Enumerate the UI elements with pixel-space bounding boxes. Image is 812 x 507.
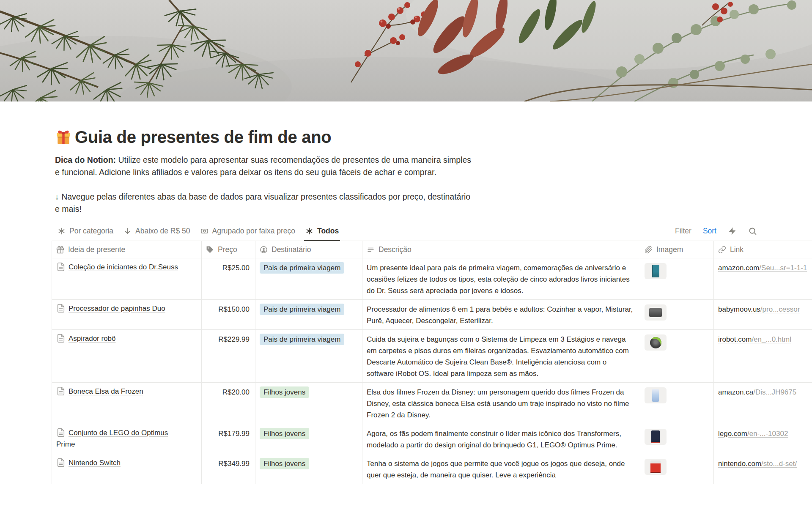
gift-table: Ideia de presente Preço Destinatário [52, 241, 812, 484]
food-processor-thumbnail[interactable] [645, 304, 667, 321]
gift-title-link[interactable]: Coleção de iniciantes do Dr.Seuss [69, 263, 178, 271]
cell-description[interactable]: Cuida da sujeira e bagunças com o Sistem… [362, 330, 640, 382]
product-link[interactable]: amazon.ca/Dis...JH9675 [718, 388, 796, 396]
gift-title-link[interactable]: Processador de papinhas Duo [69, 304, 165, 312]
tab-por-categoria[interactable]: Por categoria [52, 221, 118, 241]
cell-image[interactable] [640, 330, 714, 382]
cell-gift-idea[interactable]: Processador de papinhas Duo [52, 300, 202, 329]
lego-box-thumbnail[interactable] [645, 429, 667, 445]
cell-link[interactable]: babymoov.us/pro...cessor [714, 300, 812, 329]
recipient-tag: Filhos jovens [260, 428, 309, 439]
column-header-preco[interactable]: Preço [202, 241, 255, 258]
table-row: Processador de papinhas Duo R$150.00 Pai… [52, 300, 812, 330]
product-link[interactable]: babymoov.us/pro...cessor [718, 305, 800, 313]
column-header-imagem[interactable]: Imagem [640, 241, 714, 258]
view-tabbar: Por categoria Abaixo de R$ 50 Agrupado p… [52, 221, 812, 241]
cell-recipient[interactable]: Pais de primeira viagem [255, 300, 362, 329]
gift-title-link[interactable]: Aspirador robô [69, 334, 116, 343]
page-title: Guia de presentes de fim de ano [54, 127, 812, 147]
tab-agrupado-por-faixa-preco[interactable]: Agrupado por faixa preço [195, 221, 301, 241]
cell-description[interactable]: Agora, os fãs podem finalmente construir… [362, 424, 640, 454]
recipient-tag: Pais de primeira viagem [260, 262, 344, 274]
product-link[interactable]: amazon.com/Seu...sr=1-1-1 [718, 264, 807, 272]
cell-recipient[interactable]: Filhos jovens [255, 454, 362, 484]
cell-price[interactable]: R$150.00 [202, 300, 255, 329]
column-header-descricao[interactable]: Descrição [362, 241, 640, 258]
recipient-tag: Filhos jovens [260, 458, 309, 469]
gift-title-link[interactable]: Nintendo Switch [69, 459, 121, 467]
cell-link[interactable]: irobot.com/en_...0.html [714, 330, 812, 382]
robot-vacuum-thumbnail[interactable] [645, 334, 667, 351]
sort-button[interactable]: Sort [703, 227, 716, 236]
cell-image[interactable] [640, 300, 714, 329]
cell-recipient[interactable]: Filhos jovens [255, 424, 362, 454]
link-icon [718, 246, 726, 254]
table-row: Conjunto de LEGO do Optimus Prime R$179.… [52, 424, 812, 454]
cell-description[interactable]: Tenha o sistema de jogos que permite que… [362, 454, 640, 484]
cell-gift-idea[interactable]: Conjunto de LEGO do Optimus Prime [52, 424, 202, 454]
cell-price[interactable]: R$229.99 [202, 330, 255, 382]
notion-page: Guia de presentes de fim de ano Dica do … [0, 0, 812, 507]
cell-description[interactable]: Um presente ideal para pais de primeira … [362, 258, 640, 299]
gallery-asterisk-icon [305, 227, 313, 235]
cell-description[interactable]: Processador de alimentos 6 em 1 para beb… [362, 300, 640, 329]
table-row: Boneca Elsa da Frozen R$20.00 Filhos jov… [52, 383, 812, 424]
cell-link[interactable]: amazon.com/Seu...sr=1-1-1 [714, 258, 812, 299]
page-icon [56, 333, 66, 344]
cell-recipient[interactable]: Filhos jovens [255, 383, 362, 424]
dr-seuss-book-thumbnail[interactable] [645, 263, 667, 279]
table-row: Nintendo Switch R$349.99 Filhos jovens T… [52, 454, 812, 484]
cell-recipient[interactable]: Pais de primeira viagem [255, 258, 362, 299]
cell-gift-idea[interactable]: Boneca Elsa da Frozen [52, 383, 202, 424]
recipient-tag: Pais de primeira viagem [260, 334, 344, 345]
product-link[interactable]: nintendo.com/sto...d-set/ [718, 460, 797, 468]
page-icon [56, 261, 66, 273]
cell-description[interactable]: Elsa dos filmes Frozen da Disney: um per… [362, 383, 640, 424]
cell-price[interactable]: R$349.99 [202, 454, 255, 484]
elsa-doll-thumbnail[interactable] [645, 387, 667, 403]
notion-tip-paragraph: Dica do Notion: Utilize este modelo para… [55, 154, 472, 178]
search-icon[interactable] [748, 227, 757, 236]
cell-gift-idea[interactable]: Aspirador robô [52, 330, 202, 382]
banknote-icon [200, 227, 208, 235]
column-header-destinatario[interactable]: Destinatário [255, 241, 362, 258]
page-title-text: Guia de presentes de fim de ano [75, 127, 331, 147]
cell-image[interactable] [640, 258, 714, 299]
tab-label: Agrupado por faixa preço [212, 227, 296, 236]
tab-label: Todos [317, 227, 339, 236]
product-link[interactable]: lego.com/en-...-10302 [718, 430, 788, 438]
cell-link[interactable]: amazon.ca/Dis...JH9675 [714, 383, 812, 424]
cell-price[interactable]: R$179.99 [202, 424, 255, 454]
tab-label: Abaixo de R$ 50 [135, 227, 190, 236]
cover-image [0, 0, 812, 101]
tab-abaixo-de-50[interactable]: Abaixo de R$ 50 [118, 221, 195, 241]
view-tabs: Por categoria Abaixo de R$ 50 Agrupado p… [52, 221, 344, 241]
gift-title-link[interactable]: Boneca Elsa da Frozen [69, 387, 143, 395]
arrow-down-icon [123, 227, 132, 235]
zap-icon[interactable] [728, 227, 737, 236]
person-icon [260, 246, 268, 254]
cell-price[interactable]: R$20.00 [202, 383, 255, 424]
cell-price[interactable]: R$25.00 [202, 258, 255, 299]
cell-gift-idea[interactable]: Coleção de iniciantes do Dr.Seuss [52, 258, 202, 299]
gift-icon [56, 246, 64, 254]
gift-emoji-icon [54, 128, 73, 146]
cell-recipient[interactable]: Pais de primeira viagem [255, 330, 362, 382]
cell-gift-idea[interactable]: Nintendo Switch [52, 454, 202, 484]
cell-image[interactable] [640, 383, 714, 424]
page-content: Guia de presentes de fim de ano Dica do … [0, 127, 812, 484]
column-header-link[interactable]: Link [714, 241, 812, 258]
cell-link[interactable]: lego.com/en-...-10302 [714, 424, 812, 454]
cell-image[interactable] [640, 424, 714, 454]
cell-link[interactable]: nintendo.com/sto...d-set/ [714, 454, 812, 484]
tip-text: Utilize este modelo para apresentar suas… [55, 155, 471, 177]
product-link[interactable]: irobot.com/en_...0.html [718, 335, 791, 343]
nintendo-switch-thumbnail[interactable] [645, 459, 667, 475]
gift-title-link[interactable]: Conjunto de LEGO do Optimus Prime [56, 429, 168, 448]
filter-button[interactable]: Filter [675, 227, 691, 236]
recipient-tag: Filhos jovens [260, 386, 309, 398]
cell-image[interactable] [640, 454, 714, 484]
tab-todos[interactable]: Todos [300, 221, 344, 241]
table-header: Ideia de presente Preço Destinatário [52, 241, 812, 258]
column-header-ideia-de-presente[interactable]: Ideia de presente [52, 241, 202, 258]
